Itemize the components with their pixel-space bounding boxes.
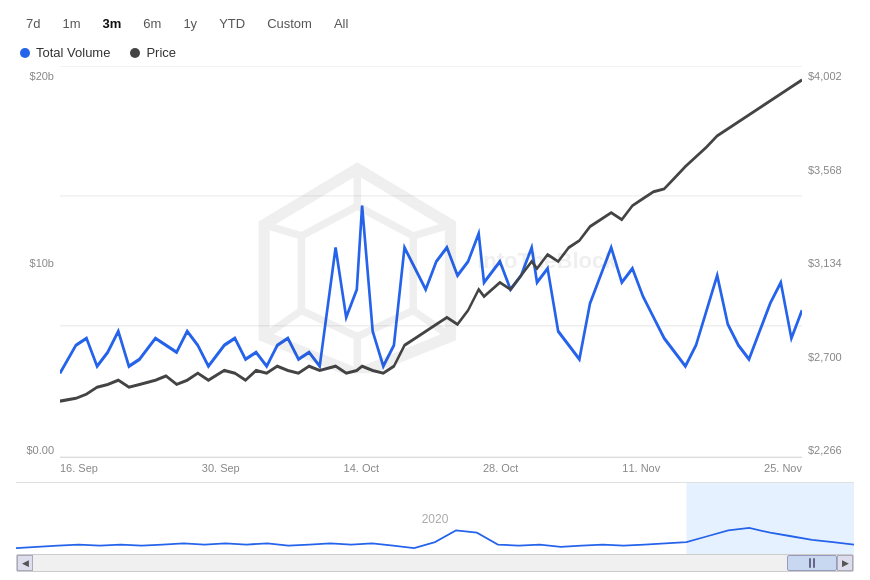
x-label-1: 16. Sep	[60, 462, 98, 478]
time-range-bar: 7d 1m 3m 6m 1y YTD Custom All	[16, 12, 854, 35]
time-btn-custom[interactable]: Custom	[257, 12, 322, 35]
y-axis-left: $20b $10b $0.00	[16, 66, 60, 478]
time-btn-all[interactable]: All	[324, 12, 358, 35]
time-btn-3m[interactable]: 3m	[93, 12, 132, 35]
y-left-top: $20b	[30, 70, 54, 82]
volume-line	[60, 206, 802, 374]
x-label-4: 28. Oct	[483, 462, 518, 478]
x-axis: 16. Sep 30. Sep 14. Oct 28. Oct 11. Nov …	[60, 458, 802, 478]
time-btn-1m[interactable]: 1m	[52, 12, 90, 35]
navigator-scrollbar[interactable]: ◀ ▶	[16, 554, 854, 572]
time-btn-6m[interactable]: 6m	[133, 12, 171, 35]
scroll-right-arrow[interactable]: ▶	[837, 555, 853, 571]
chart-wrapper: $20b $10b $0.00	[16, 66, 854, 478]
nav-range-fill	[686, 483, 854, 554]
navigator-chart: 2020	[16, 483, 854, 554]
y-right-2: $3,568	[808, 164, 842, 176]
time-btn-1y[interactable]: 1y	[173, 12, 207, 35]
scroll-track[interactable]	[33, 555, 837, 571]
y-right-5: $2,266	[808, 444, 842, 456]
scroll-thumb[interactable]	[787, 555, 837, 571]
legend-label-price: Price	[146, 45, 176, 60]
y-right-4: $2,700	[808, 351, 842, 363]
y-left-mid: $10b	[30, 257, 54, 269]
legend-label-volume: Total Volume	[36, 45, 110, 60]
legend-total-volume: Total Volume	[20, 45, 110, 60]
time-btn-7d[interactable]: 7d	[16, 12, 50, 35]
y-right-1: $4,002	[808, 70, 842, 82]
time-btn-ytd[interactable]: YTD	[209, 12, 255, 35]
x-label-6: 25. Nov	[764, 462, 802, 478]
y-left-bottom: $0.00	[26, 444, 54, 456]
scroll-handle-1	[809, 558, 811, 568]
y-axis-right: $4,002 $3,568 $3,134 $2,700 $2,266	[802, 66, 854, 478]
y-right-3: $3,134	[808, 257, 842, 269]
x-label-5: 11. Nov	[622, 462, 660, 478]
x-label-3: 14. Oct	[344, 462, 379, 478]
scroll-left-arrow[interactable]: ◀	[17, 555, 33, 571]
x-label-2: 30. Sep	[202, 462, 240, 478]
main-chart: IntoTheBlock	[60, 66, 802, 458]
legend-dot-price	[130, 48, 140, 58]
main-chart-svg	[60, 66, 802, 457]
chart-legend: Total Volume Price	[16, 45, 854, 60]
legend-dot-volume	[20, 48, 30, 58]
legend-price: Price	[130, 45, 176, 60]
navigator-section: 2020 ◀ ▶	[16, 482, 854, 572]
chart-inner: IntoTheBlock 16. Sep 30. Sep	[60, 66, 802, 478]
navigator-svg	[16, 483, 854, 554]
scroll-handle-2	[813, 558, 815, 568]
main-container: 7d 1m 3m 6m 1y YTD Custom All Total Volu…	[0, 0, 870, 580]
